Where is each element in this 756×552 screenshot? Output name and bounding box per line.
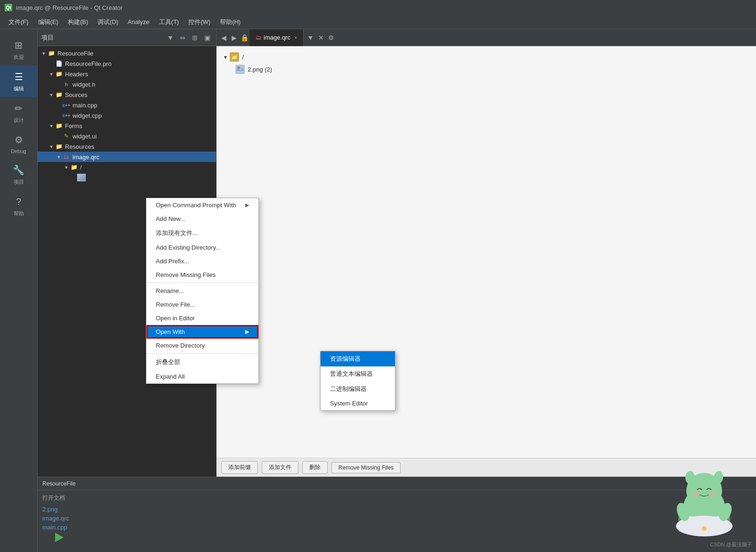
mascot-area [662, 458, 756, 552]
resource-tree: ▼ 📁 / [221, 51, 751, 75]
cpp-icon2: c++ [62, 112, 71, 119]
view-btn[interactable]: ▣ [202, 32, 212, 43]
menu-tools[interactable]: 工具(T) [154, 16, 184, 28]
menu-help[interactable]: 帮助(H) [215, 16, 245, 28]
ctx-expand-all[interactable]: Expand All [146, 370, 258, 383]
bottom-panel-header: ResourceFile [38, 477, 756, 490]
ctx-add-prefix[interactable]: Add Prefix... [146, 254, 258, 268]
resource-img-icon [235, 65, 245, 74]
open-doc-1[interactable]: image.qrc [42, 515, 751, 522]
editor-area: ◀ ▶ 🔒 🗂 image.qrc × ▼ ✕ ⚙ [217, 29, 756, 477]
resource-prefix-item[interactable]: ▼ 📁 / [221, 51, 751, 63]
ctx-open-with[interactable]: Open With ▶ [146, 325, 258, 339]
ctx-open-command-prompt[interactable]: Open Command Prompt With ▶ [146, 198, 258, 212]
ctx-remove-file[interactable]: Remove File... [146, 298, 258, 311]
menu-edit[interactable]: 编辑(E) [33, 16, 63, 28]
menu-file[interactable]: 文件(F) [4, 16, 33, 28]
expand-arrow: ▼ [223, 55, 228, 60]
sidebar-item-design[interactable]: ✏ 设计 [0, 97, 37, 129]
menu-build[interactable]: 构建(B) [63, 16, 93, 28]
tree-main-cpp[interactable]: c++ main.cpp [38, 100, 216, 110]
resource-folder-icon: 📁 [230, 52, 239, 62]
menu-debug[interactable]: 调试(D) [93, 16, 123, 28]
slash-folder-icon: 📁 [70, 163, 78, 171]
link-btn[interactable]: ⇔ [177, 32, 188, 43]
ctx-collapse-all[interactable]: 折叠全部 [146, 355, 258, 370]
add-prefix-btn[interactable]: 添加前缀 [221, 461, 258, 474]
window-title: image.qrc @ ResourceFile - Qt Creator [16, 4, 122, 11]
edit-icon: ☰ [12, 70, 25, 83]
tab-lock-btn[interactable]: 🔒 [239, 32, 249, 43]
folder-icon: 📁 [47, 49, 56, 57]
menu-control[interactable]: 控件(W) [184, 16, 215, 28]
submenu-binary-editor[interactable]: 二进制编辑器 [321, 382, 395, 397]
forms-folder-icon: 📁 [55, 122, 63, 130]
menu-bar: 文件(F) 编辑(E) 构建(B) 调试(D) Analyze 工具(T) 控件… [0, 15, 756, 29]
tab-close-btn[interactable]: × [294, 35, 297, 41]
tab-prev-btn[interactable]: ◀ [218, 32, 229, 43]
sidebar-item-edit[interactable]: ☰ 编辑 [0, 65, 37, 97]
tree-forms[interactable]: ▼ 📁 Forms [38, 121, 216, 131]
filter-btn[interactable]: ▼ [165, 32, 176, 43]
add-file-btn[interactable]: 添加文件 [262, 461, 298, 474]
open-with-submenu: 资源编辑器 普通文本编辑器 二进制编辑器 System Editor [320, 351, 395, 411]
tree-root[interactable]: ▼ 📁 ResourceFile [38, 48, 216, 58]
tree-headers[interactable]: ▼ 📁 Headers [38, 69, 216, 79]
ctx-open-in-editor[interactable]: Open in Editor [146, 311, 258, 325]
svg-point-8 [692, 492, 700, 497]
tree-widget-h[interactable]: h widget.h [38, 79, 216, 89]
sidebar-item-welcome[interactable]: ⊞ 欢迎 [0, 34, 37, 65]
qrc-icon: 🗂 [62, 153, 71, 161]
menu-analyze[interactable]: Analyze [123, 16, 154, 27]
tree-pro[interactable]: 📄 ResourceFile.pro [38, 58, 216, 69]
add-btn[interactable]: ⊞ [190, 32, 200, 43]
submenu-text-editor[interactable]: 普通文本编辑器 [321, 366, 395, 382]
cpp-icon: c++ [62, 101, 71, 109]
ui-icon: ✎ [62, 132, 71, 140]
tab-next-btn[interactable]: ▶ [229, 32, 239, 43]
bottom-title: ResourceFile [42, 480, 76, 487]
tree-sources[interactable]: ▼ 📁 Sources [38, 89, 216, 100]
sidebar-item-project[interactable]: 🔧 项目 [0, 159, 37, 190]
remove-missing-files-btn[interactable]: Remove Missing Files [331, 462, 401, 473]
delete-btn[interactable]: 删除 [302, 461, 328, 474]
ctx-add-existing-dir[interactable]: Add Existing Directory... [146, 241, 258, 254]
headers-folder-icon: 📁 [55, 70, 63, 78]
ctx-remove-missing[interactable]: Remove Missing Files [146, 268, 258, 282]
tree-resources[interactable]: ▼ 📁 Resources [38, 141, 216, 152]
bottom-panel: ResourceFile 打开文档 2.png image.qrc main.c… [38, 477, 756, 552]
ctx-rename[interactable]: Rename... [146, 284, 258, 298]
sidebar: ⊞ 欢迎 ☰ 编辑 ✏ 设计 ⚙ Debug 🔧 项目 ? 帮助 [0, 29, 38, 552]
project-toolbar: 项目 ▼ ⇔ ⊞ ▣ [38, 29, 216, 46]
pro-icon: 📄 [55, 60, 63, 67]
img-file-icon [77, 174, 86, 181]
tab-image-qrc[interactable]: 🗂 image.qrc × [249, 29, 304, 46]
debug-icon: ⚙ [12, 133, 25, 146]
tree-img-file[interactable] [38, 172, 216, 183]
context-menu: Open Command Prompt With ▶ Add New... 添加… [146, 198, 259, 384]
title-bar: Qt image.qrc @ ResourceFile - Qt Creator [0, 0, 756, 15]
project-title: 项目 [41, 33, 163, 42]
tab-settings-btn[interactable]: ⚙ [326, 32, 337, 43]
ctx-add-new[interactable]: Add New... [146, 212, 258, 226]
tree-image-qrc[interactable]: ▼ 🗂 image.qrc [38, 152, 216, 162]
ctx-remove-directory[interactable]: Remove Directory [146, 339, 258, 352]
resource-file-item[interactable]: 2.png (2) [221, 63, 751, 75]
run-triangle-icon [55, 533, 64, 542]
tree-widget-cpp[interactable]: c++ widget.cpp [38, 110, 216, 121]
sidebar-item-help[interactable]: ? 帮助 [0, 190, 37, 222]
grid-icon: ⊞ [12, 39, 25, 52]
sidebar-item-debug[interactable]: ⚙ Debug [0, 129, 37, 159]
tab-close-all-btn[interactable]: ✕ [316, 32, 326, 43]
submenu-arrow-9: ▶ [245, 329, 249, 335]
tree-slash[interactable]: ▼ 📁 / [38, 162, 216, 172]
tab-dropdown-btn[interactable]: ▼ [306, 32, 316, 43]
ctx-add-existing-file[interactable]: 添加现有文件... [146, 226, 258, 241]
open-docs-label: 打开文档 [42, 494, 751, 502]
open-doc-2[interactable]: main.cpp [42, 524, 751, 531]
submenu-system-editor[interactable]: System Editor [321, 397, 395, 410]
open-doc-0[interactable]: 2.png [42, 506, 751, 513]
run-btn[interactable] [52, 530, 67, 545]
tree-widget-ui[interactable]: ✎ widget.ui [38, 131, 216, 141]
submenu-resource-editor[interactable]: 资源编辑器 [321, 351, 395, 366]
